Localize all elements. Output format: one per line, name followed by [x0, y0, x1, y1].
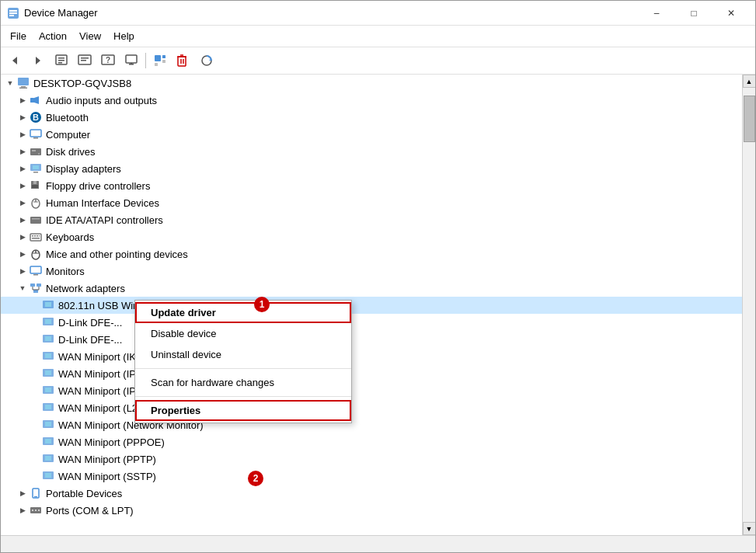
- svg-text:?: ?: [106, 56, 110, 64]
- computer-expand[interactable]: ▶: [16, 128, 29, 141]
- tree-item-floppy[interactable]: ▶ Floppy drive controllers: [1, 177, 742, 194]
- scroll-up[interactable]: ▲: [743, 75, 756, 88]
- keyboards-expand[interactable]: ▶: [16, 231, 29, 243]
- tree-item-wan4[interactable]: ▶ WAN Miniport (L2TP): [1, 399, 742, 416]
- bluetooth-label: Bluetooth: [46, 112, 89, 123]
- toolbar-help[interactable]: ?: [97, 50, 119, 71]
- hid-expand[interactable]: ▶: [16, 197, 29, 209]
- portable-expand[interactable]: ▶: [16, 487, 29, 499]
- svg-rect-8: [58, 60, 64, 61]
- svg-rect-12: [81, 60, 86, 61]
- ide-icon: [29, 214, 43, 226]
- display-expand[interactable]: ▶: [16, 162, 29, 175]
- ports-icon: [29, 504, 43, 516]
- tree-item-mice[interactable]: ▶ Mice and other pointing devices: [1, 245, 742, 263]
- tree-item-portable[interactable]: ▶ Portable Devices: [1, 485, 742, 502]
- tree-item-network[interactable]: ▼ Network adapters: [1, 280, 742, 297]
- tree-item-bluetooth[interactable]: ▶ B Bluetooth: [1, 109, 742, 126]
- tree-item-wan3[interactable]: ▶ WAN Miniport (IPv6): [1, 382, 742, 399]
- menu-view[interactable]: View: [73, 27, 107, 45]
- wan-sstp-label: WAN Miniport (SSTP): [58, 471, 156, 482]
- audio-expand[interactable]: ▶: [16, 94, 29, 106]
- tree-item-wan5[interactable]: ▶ WAN Miniport (Network Monitor): [1, 416, 742, 433]
- scroll-track[interactable]: [743, 88, 755, 522]
- display-label: Display adapters: [46, 163, 121, 175]
- toolbar-display[interactable]: [120, 50, 142, 71]
- tree-item-ports[interactable]: ▶ Ports (COM & LPT): [1, 502, 742, 519]
- tree-item-qualcomm[interactable]: ▶ D-Link DFE-...: [1, 331, 742, 348]
- ctx-properties[interactable]: Properties: [135, 400, 351, 421]
- floppy-label: Floppy drive controllers: [46, 180, 150, 192]
- tree-item-computer[interactable]: ▶ Computer: [1, 126, 742, 143]
- ide-expand[interactable]: ▶: [16, 214, 29, 226]
- svg-rect-52: [30, 234, 41, 241]
- tree-item-wireless[interactable]: ▶ 802.11n USB Wireless LAN Card: [1, 297, 742, 314]
- toolbar-separator: [145, 53, 146, 68]
- svg-rect-21: [155, 63, 158, 66]
- menu-action[interactable]: Action: [33, 27, 73, 45]
- svg-rect-77: [45, 353, 51, 358]
- tree-item-disk[interactable]: ▶ Disk drives: [1, 143, 742, 160]
- tree-item-wan-pptp[interactable]: ▶ WAN Miniport (PPTP): [1, 450, 742, 468]
- ide-label: IDE ATA/ATAPI controllers: [46, 214, 163, 226]
- qualcomm-icon: [41, 333, 55, 346]
- toolbar-scan[interactable]: [74, 50, 96, 71]
- keyboards-label: Keyboards: [46, 231, 94, 243]
- monitors-expand[interactable]: ▶: [16, 265, 29, 277]
- svg-rect-57: [32, 238, 40, 239]
- tree-panel[interactable]: ▼ DESKTOP-GQVJSB8 ▶: [1, 75, 742, 535]
- menu-help[interactable]: Help: [107, 27, 141, 45]
- network-expand[interactable]: ▼: [16, 282, 29, 294]
- ctx-update-driver[interactable]: Update driver: [135, 302, 351, 323]
- status-bar: [1, 535, 755, 552]
- toolbar-refresh[interactable]: [196, 50, 218, 71]
- svg-rect-2: [9, 12, 17, 14]
- tree-item-wan2[interactable]: ▶ WAN Miniport (IP): [1, 365, 742, 382]
- ports-expand[interactable]: ▶: [16, 504, 29, 516]
- tree-root[interactable]: ▼ DESKTOP-GQVJSB8: [1, 75, 742, 92]
- toolbar-back[interactable]: [4, 50, 26, 71]
- tree-item-wan-sstp[interactable]: ▶ WAN Miniport (SSTP): [1, 468, 742, 485]
- ctx-disable-device[interactable]: Disable device: [135, 323, 351, 344]
- svg-point-40: [38, 153, 40, 155]
- app-icon: [7, 7, 19, 19]
- tree-item-hid[interactable]: ▶ Human Interface Devices: [1, 194, 742, 211]
- svg-rect-64: [37, 283, 41, 287]
- badge-1: 1: [254, 297, 270, 312]
- minimize-button[interactable]: –: [639, 1, 674, 26]
- wan1-icon: [41, 350, 55, 363]
- root-expand[interactable]: ▼: [4, 77, 16, 89]
- tree-item-dlink[interactable]: ▶ D-Link DFE-... roller (NDIS 6.30): [1, 314, 742, 331]
- display-icon: [29, 162, 43, 175]
- portable-label: Portable Devices: [46, 488, 122, 499]
- toolbar-properties[interactable]: [51, 50, 72, 71]
- svg-rect-22: [178, 57, 186, 66]
- svg-rect-29: [18, 78, 29, 85]
- close-button[interactable]: ✕: [713, 1, 749, 26]
- ctx-scan[interactable]: Scan for hardware changes: [135, 372, 351, 393]
- svg-rect-46: [32, 185, 38, 188]
- toolbar-remove[interactable]: [172, 50, 194, 71]
- maximize-button[interactable]: □: [676, 1, 712, 26]
- disk-expand[interactable]: ▶: [16, 145, 29, 158]
- scroll-thumb[interactable]: [744, 96, 755, 142]
- tree-item-monitors[interactable]: ▶ Monitors: [1, 263, 742, 280]
- toolbar-add[interactable]: [149, 50, 171, 71]
- tree-item-display[interactable]: ▶ Display adapters: [1, 160, 742, 177]
- toolbar-forward[interactable]: [27, 50, 49, 71]
- tree-item-wan1[interactable]: ▶ WAN Miniport (IKEv2): [1, 348, 742, 365]
- scroll-down[interactable]: ▼: [743, 522, 756, 535]
- menu-file[interactable]: File: [4, 27, 33, 45]
- tree-item-keyboards[interactable]: ▶ Keyboards: [1, 228, 742, 245]
- context-menu: Update driver Disable device Uninstall d…: [134, 300, 352, 423]
- tree-item-audio[interactable]: ▶ Audio inputs and outputs: [1, 92, 742, 109]
- svg-rect-39: [32, 150, 36, 151]
- tree-item-wan-pppoe[interactable]: ▶ WAN Miniport (PPPOE): [1, 433, 742, 450]
- floppy-expand[interactable]: ▶: [16, 179, 29, 192]
- mice-expand[interactable]: ▶: [16, 248, 29, 260]
- bluetooth-expand[interactable]: ▶: [16, 111, 29, 123]
- svg-rect-63: [30, 283, 35, 287]
- tree-item-ide[interactable]: ▶ IDE ATA/ATAPI controllers: [1, 211, 742, 228]
- ctx-uninstall-device[interactable]: Uninstall device: [135, 344, 351, 365]
- svg-rect-7: [58, 57, 64, 59]
